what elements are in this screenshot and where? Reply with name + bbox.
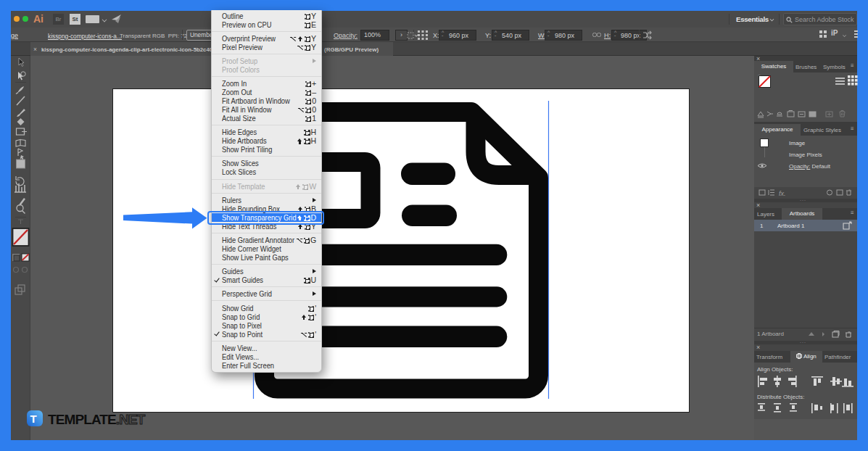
svg-text:fx.: fx. bbox=[779, 190, 786, 197]
